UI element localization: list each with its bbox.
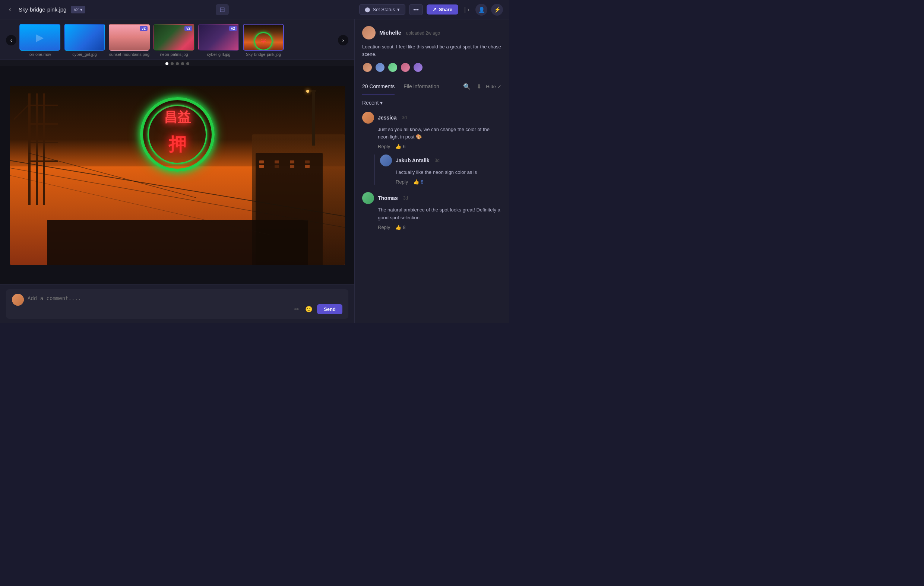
- status-label: Set Status: [373, 7, 395, 12]
- jakub-like-count: 8: [421, 179, 423, 185]
- version-selector[interactable]: v2 ▾: [71, 6, 85, 13]
- jessica-name: Jessica: [378, 115, 397, 121]
- filmstrip-item-5[interactable]: 字 Sky-bridge-pink.jpg: [243, 24, 284, 57]
- version-tag-2: v2: [140, 26, 148, 31]
- status-chevron-icon: ▾: [397, 7, 400, 12]
- filmstrip-item-2[interactable]: v2 sunset-mountains.png: [109, 24, 150, 57]
- jakub-like-button[interactable]: 👍 8: [413, 179, 423, 185]
- share-label: Share: [439, 7, 452, 12]
- filmstrip-thumb-3: v2: [153, 24, 195, 51]
- comment-text-input[interactable]: [28, 294, 342, 301]
- neon-text-mid: 押: [140, 133, 214, 156]
- author-avatar: [362, 26, 376, 40]
- more-options-button[interactable]: •••: [409, 4, 423, 15]
- jakub-name: Jakub Antalik: [396, 158, 430, 163]
- reaction-avatar-4: [413, 62, 423, 72]
- jessica-comment-footer: Reply 👍 6: [378, 144, 502, 149]
- comments-label: Comments: [369, 83, 394, 89]
- filmstrip-label-1: cyber_girl.jpg: [72, 52, 96, 57]
- filter-chevron-icon: ▾: [380, 100, 383, 106]
- filmstrip-thumb-4: v2: [198, 24, 239, 51]
- thomas-name: Thomas: [378, 195, 398, 201]
- emoji-button[interactable]: 🙂: [304, 304, 314, 314]
- view-toggle-icon[interactable]: ⊟: [216, 4, 229, 15]
- filmstrip-label-3: neon-palms.jpg: [160, 52, 188, 57]
- status-dot-icon: ⬤: [365, 7, 370, 12]
- filmstrip-label-4: cyber-girl.jpg: [207, 52, 231, 57]
- filmstrip-thumb-5: 字: [243, 24, 284, 51]
- tab-file-information[interactable]: File information: [404, 78, 439, 95]
- panel-controls: 🔍 ⬇ Hide ✓: [462, 82, 502, 92]
- filmstrip-dots: [0, 60, 354, 66]
- author-upload-time: uploaded 2w ago: [406, 31, 440, 36]
- thomas-comment-header: Thomas 3d: [362, 192, 502, 204]
- filmstrip-label-2: sunset-mountains.png: [109, 52, 149, 57]
- comments-count: 20: [362, 83, 368, 89]
- share-button[interactable]: ↗ Share: [427, 5, 458, 15]
- jakub-comment-body: I actually like the neon sign color as i…: [396, 169, 502, 176]
- right-panel: Michelle uploaded 2w ago Location scout:…: [354, 19, 509, 323]
- jessica-thumb-icon: 👍: [395, 144, 401, 149]
- filmstrip-item-4[interactable]: v2 cyber-girl.jpg: [198, 24, 239, 57]
- reaction-avatar-2: [388, 62, 398, 72]
- filmstrip-item-1[interactable]: cyber_girl.jpg: [64, 24, 105, 57]
- filter-label: Recent: [362, 100, 379, 106]
- author-header: Michelle uploaded 2w ago: [362, 26, 502, 40]
- back-button[interactable]: ‹: [6, 4, 14, 15]
- panel-tabs: 20 Comments File information 🔍 ⬇ Hide ✓: [355, 78, 509, 95]
- jakub-comment-header: Jakub Antalik 3d: [380, 155, 502, 166]
- user-profile-icon[interactable]: 👤: [475, 4, 487, 16]
- comment-input-area: ✏ 🙂 Send: [0, 285, 354, 323]
- dot-4: [186, 62, 189, 65]
- thomas-avatar: [362, 192, 374, 204]
- send-comment-button[interactable]: Send: [317, 304, 342, 314]
- jakub-comment-footer: Reply 👍 8: [396, 179, 502, 185]
- thomas-thumb-icon: 👍: [395, 224, 401, 230]
- thomas-timestamp: 3d: [403, 196, 408, 201]
- jessica-reply-button[interactable]: Reply: [378, 144, 390, 149]
- hide-button[interactable]: Hide ✓: [486, 84, 502, 89]
- tab-comments[interactable]: 20 Comments: [362, 78, 394, 95]
- filmstrip-prev-button[interactable]: ‹: [6, 35, 16, 45]
- file-title: Sky-bridge-pink.jpg: [19, 7, 66, 13]
- author-info: Michelle uploaded 2w ago: [379, 30, 440, 36]
- share-icon: ↗: [432, 7, 437, 12]
- reaction-avatar-1: [375, 62, 385, 72]
- draw-tool-button[interactable]: ✏: [293, 304, 301, 314]
- panel-toggle-button[interactable]: | ›: [462, 5, 472, 15]
- filmstrip-item-3[interactable]: v2 neon-palms.jpg: [153, 24, 195, 57]
- search-comments-button[interactable]: 🔍: [462, 82, 472, 92]
- jessica-like-count: 6: [403, 144, 405, 149]
- left-panel: ‹ ▶ ion-one.mov cyber_girl.jpg v2: [0, 19, 354, 323]
- jakub-reply-button[interactable]: Reply: [396, 179, 408, 185]
- comment-actions: ✏ 🙂 Send: [28, 304, 342, 314]
- main-image: 昌益 押: [10, 86, 345, 265]
- jessica-comment-body: Just so you all know, we can change the …: [378, 126, 502, 141]
- filmstrip: ‹ ▶ ion-one.mov cyber_girl.jpg v2: [0, 19, 354, 60]
- filmstrip-next-button[interactable]: ›: [338, 35, 348, 45]
- current-user-avatar: [12, 294, 24, 306]
- author-section: Michelle uploaded 2w ago Location scout:…: [355, 19, 509, 78]
- filter-recent-button[interactable]: Recent ▾: [362, 100, 383, 106]
- user-icon: 👤: [478, 7, 485, 13]
- dot-2: [176, 62, 179, 65]
- jakub-reply: Jakub Antalik 3d I actually like the neo…: [374, 155, 502, 185]
- jessica-timestamp: 3d: [402, 115, 407, 120]
- activity-icon[interactable]: ⚡: [491, 4, 503, 16]
- download-button[interactable]: ⬇: [475, 82, 483, 92]
- thomas-like-button[interactable]: 👍 8: [395, 224, 405, 230]
- filmstrip-item-0[interactable]: ▶ ion-one.mov: [19, 24, 60, 57]
- thomas-reply-button[interactable]: Reply: [378, 224, 390, 230]
- neon-sign: 昌益 押: [140, 97, 214, 172]
- comments-filter: Recent ▾: [355, 95, 509, 109]
- top-nav: ‹ Sky-bridge-pink.jpg v2 ▾ ⊟ ⬤ Set Statu…: [0, 0, 509, 19]
- jakub-timestamp: 3d: [435, 158, 440, 163]
- reaction-avatar-3: [400, 62, 411, 72]
- set-status-button[interactable]: ⬤ Set Status ▾: [359, 4, 405, 15]
- jakub-avatar: [380, 155, 392, 166]
- filmstrip-label-5: Sky-bridge-pink.jpg: [246, 52, 281, 57]
- dot-1: [171, 62, 173, 65]
- jessica-like-button[interactable]: 👍 6: [395, 144, 405, 149]
- filmstrip-thumb-0: ▶: [19, 24, 60, 51]
- current-user-avatar-img: [12, 294, 24, 306]
